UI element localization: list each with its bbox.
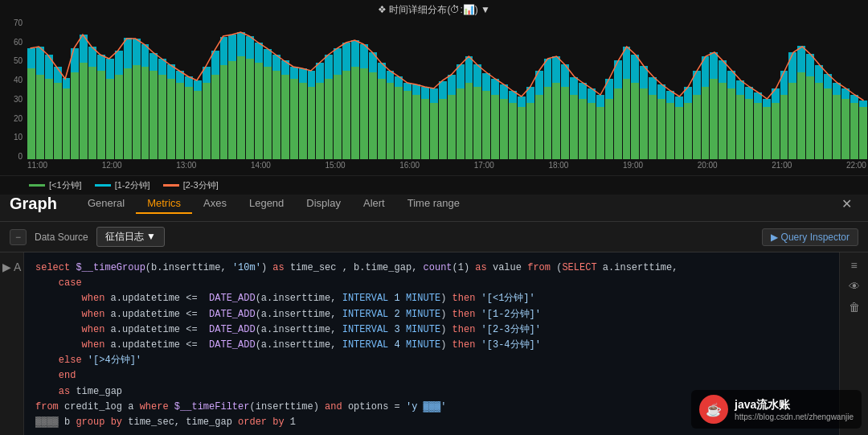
legend-color-1: [29, 184, 45, 187]
bar-group: [788, 18, 796, 159]
bar-cyan: [649, 77, 657, 95]
bar-cyan: [106, 59, 114, 79]
bar-green: [719, 83, 727, 159]
bar-green: [526, 103, 534, 159]
bar-cyan: [387, 71, 395, 83]
bar-group: [308, 18, 316, 159]
bar-cyan: [63, 78, 71, 88]
bar-green: [149, 71, 158, 159]
bar-cyan: [675, 96, 683, 107]
bar-group: [745, 18, 753, 159]
bar-cyan: [36, 47, 44, 75]
bar-cyan: [88, 47, 96, 67]
bar-group: [824, 18, 832, 159]
bar-green: [351, 67, 359, 159]
bar-cyan: [80, 35, 88, 63]
bar-cyan: [97, 55, 105, 71]
format-icon[interactable]: ≡: [850, 259, 857, 272]
bar-cyan: [841, 88, 850, 99]
bar-group: [526, 18, 534, 159]
bar-group: [841, 18, 850, 159]
collapse-button[interactable]: −: [10, 229, 27, 245]
sql-line-2: case: [35, 276, 828, 291]
expand-icon[interactable]: ▶ A: [2, 261, 21, 273]
bar-cyan: [421, 87, 429, 99]
bar-group: [106, 18, 114, 159]
bar-cyan: [316, 63, 324, 83]
bar-cyan: [780, 71, 788, 95]
bar-green: [395, 87, 403, 159]
close-button[interactable]: ✕: [835, 193, 858, 215]
datasource-row: − Data Source 征信日志 ▼ ▶ Query Inspector: [0, 222, 868, 252]
tab-timerange[interactable]: Time range: [396, 194, 471, 214]
bar-group: [246, 18, 254, 159]
bar-group: [544, 18, 552, 159]
bar-cyan: [439, 81, 447, 99]
bar-green: [281, 75, 289, 159]
eye-icon[interactable]: 👁: [849, 280, 860, 293]
bar-cyan: [71, 48, 79, 72]
bar-group: [500, 18, 508, 159]
bar-group: [27, 18, 35, 159]
bar-cyan: [684, 87, 692, 103]
tab-axes[interactable]: Axes: [192, 194, 238, 214]
bar-green: [71, 72, 79, 159]
bar-group: [203, 18, 211, 159]
watermark-icon: ☕: [699, 395, 728, 424]
bar-green: [457, 88, 465, 159]
bar-group: [71, 18, 79, 159]
bar-green: [80, 63, 88, 159]
bar-cyan: [27, 48, 35, 68]
bar-green: [45, 79, 53, 159]
bar-green: [325, 79, 333, 159]
tab-legend[interactable]: Legend: [238, 194, 295, 214]
bar-green: [237, 56, 245, 159]
tab-display[interactable]: Display: [295, 194, 352, 214]
bar-green: [194, 91, 202, 159]
bar-group: [54, 18, 62, 159]
bar-group: [596, 18, 604, 159]
bar-cyan: [378, 63, 386, 79]
bar-green: [124, 68, 132, 159]
bar-group: [412, 18, 420, 159]
bar-green: [710, 79, 718, 159]
bar-green: [631, 83, 639, 159]
bar-group: [614, 18, 622, 159]
bar-group: [588, 18, 596, 159]
bar-group: [211, 18, 219, 159]
bar-green: [299, 83, 307, 159]
bar-green: [736, 95, 744, 159]
bar-group: [561, 18, 569, 159]
bar-green: [491, 95, 499, 159]
bar-cyan: [710, 52, 718, 79]
bar-group: [115, 18, 123, 159]
bar-group: [797, 18, 805, 159]
trash-icon[interactable]: 🗑: [849, 301, 860, 314]
bar-cyan: [360, 44, 368, 68]
bar-cyan: [754, 92, 762, 103]
sql-line-6: when a.updatetime <= DATE_ADD(a.insertti…: [35, 338, 828, 353]
bar-group: [264, 18, 272, 159]
bar-cyan: [203, 67, 211, 83]
bar-green: [439, 99, 447, 159]
bar-green: [246, 59, 254, 159]
bar-group: [693, 18, 701, 159]
datasource-selector[interactable]: 征信日志 ▼: [96, 227, 165, 247]
bar-cyan: [596, 95, 604, 107]
bar-group: [36, 18, 44, 159]
bar-green: [841, 99, 850, 159]
bar-cyan: [351, 40, 359, 67]
bar-green: [596, 107, 604, 159]
bar-group: [684, 18, 692, 159]
query-inspector-button[interactable]: ▶ Query Inspector: [762, 228, 858, 246]
bar-group: [395, 18, 403, 159]
chart-title: ❖ 时间详细分布(⏱:📊) ▼: [0, 0, 868, 18]
graph-title: Graph: [10, 195, 57, 213]
bar-group: [387, 18, 395, 159]
tab-general[interactable]: General: [76, 194, 136, 214]
bar-green: [806, 76, 814, 159]
tab-alert[interactable]: Alert: [352, 194, 396, 214]
bar-green: [97, 71, 105, 159]
legend-label-2: [1-2分钟]: [115, 179, 150, 191]
tab-metrics[interactable]: Metrics: [136, 194, 192, 214]
